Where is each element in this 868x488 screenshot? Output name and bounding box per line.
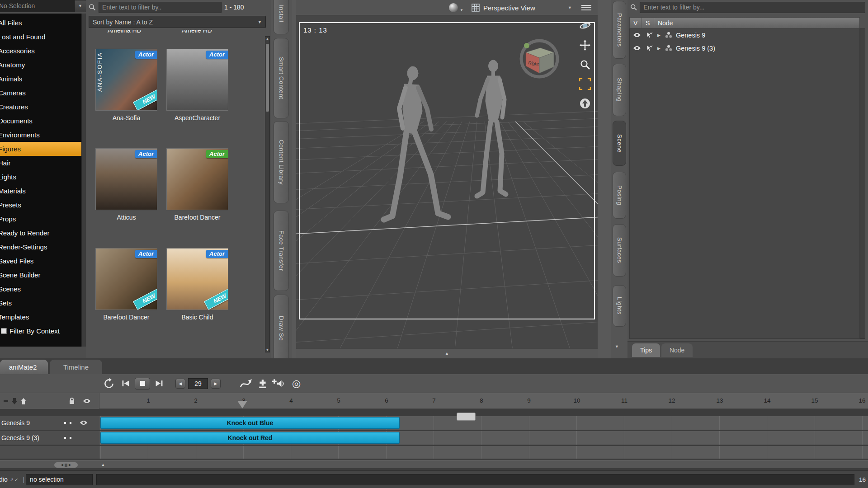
filter-by-context-checkbox[interactable] xyxy=(1,328,7,334)
product-card[interactable]: Actor NEW Barefoot Dancer xyxy=(95,248,157,321)
sidebar-item-render-settings[interactable]: Render-Settings xyxy=(0,240,81,254)
track-label[interactable]: Genesis 9 xyxy=(0,416,99,430)
content-filter-input[interactable] xyxy=(99,2,222,13)
sidebar-item-all-files[interactable]: All Files xyxy=(0,16,81,30)
selectable-pointer-icon[interactable] xyxy=(644,32,654,38)
tab-lights[interactable]: Lights xyxy=(613,285,626,327)
chevron-down-icon[interactable]: ▼ xyxy=(615,344,619,349)
go-to-end-button[interactable] xyxy=(155,380,164,387)
tab-animate2[interactable]: aniMate2 xyxy=(0,360,48,374)
sidebar-item-presets[interactable]: Presets xyxy=(0,198,81,212)
sort-dropdown[interactable]: Sort by Name : A to Z ▼ xyxy=(89,16,266,28)
loop-playback-button[interactable] xyxy=(103,378,115,389)
current-frame-display[interactable]: 29 xyxy=(188,378,208,389)
sidebar-item-materials[interactable]: Materials xyxy=(0,184,81,198)
sidebar-item-creatures[interactable]: Creatures xyxy=(0,100,81,114)
tab-timeline[interactable]: Timeline xyxy=(50,360,102,374)
column-selectable[interactable]: S xyxy=(642,18,654,28)
scrollbar-thumb[interactable] xyxy=(266,44,269,112)
tab-posing[interactable]: Posing xyxy=(613,172,626,219)
product-thumbnail[interactable]: Actor NEW xyxy=(166,248,228,310)
motion-curve-button[interactable] xyxy=(240,378,252,389)
scene-node-row[interactable]: ▶ Genesis 9 xyxy=(630,28,859,42)
selection-dropdown-button[interactable]: ▼ xyxy=(74,0,86,12)
sidebar-item-environments[interactable]: Environments xyxy=(0,128,81,142)
product-card[interactable]: Actor Barefoot Dancer xyxy=(166,148,228,221)
sidebar-item-accessories[interactable]: Accessories xyxy=(0,44,81,58)
eye-icon[interactable] xyxy=(83,398,91,405)
tab-install[interactable]: Install xyxy=(274,0,289,34)
scene-filter-input[interactable] xyxy=(640,2,865,13)
content-scrollbar[interactable]: ▲ ▼ xyxy=(265,36,270,352)
product-card[interactable]: Actor NEW Basic Child xyxy=(166,248,228,321)
go-to-start-button[interactable] xyxy=(121,380,130,387)
tab-surfaces[interactable]: Surfaces xyxy=(613,224,626,277)
frame-back-button[interactable]: ◀ xyxy=(175,379,185,389)
track-toggle-icon[interactable] xyxy=(64,422,66,424)
node-label[interactable]: Genesis 9 xyxy=(676,32,705,39)
tab-node[interactable]: Node xyxy=(661,343,693,357)
playhead[interactable] xyxy=(237,401,247,408)
camera-sphere-icon[interactable] xyxy=(449,3,458,12)
scroll-down-icon[interactable]: ▼ xyxy=(265,348,269,352)
record-target-button[interactable]: ◎ xyxy=(292,379,301,389)
sidebar-item-props[interactable]: Props xyxy=(0,212,81,226)
frame-forward-button[interactable]: ▶ xyxy=(211,379,221,389)
sidebar-item-saved-files[interactable]: Saved Files xyxy=(0,254,81,268)
product-card[interactable]: ANA-SOFIA Actor NEW Ana-Sofia xyxy=(95,49,157,122)
timeline-ruler[interactable]: 1 2 3 4 5 6 7 8 9 10 11 12 13 14 15 16 xyxy=(0,393,868,409)
view-selector-dropdown[interactable]: Perspective View ▼ xyxy=(468,2,576,14)
frame-tool[interactable] xyxy=(578,77,592,91)
viewport-canvas[interactable]: 13 : 13 Right xyxy=(296,15,598,348)
pan-tool[interactable] xyxy=(578,38,592,52)
audio-arrows-icon[interactable]: ↗↙ xyxy=(10,477,19,482)
product-thumbnail[interactable]: Actor xyxy=(166,49,228,111)
sidebar-item-anatomy[interactable]: Anatomy xyxy=(0,58,81,72)
track-grid[interactable] xyxy=(99,446,868,459)
sidebar-item-cameras[interactable]: Cameras xyxy=(0,86,81,100)
audio-file-field[interactable] xyxy=(96,474,854,485)
product-card[interactable]: Actor Atticus xyxy=(95,148,157,221)
scene-scrollbar[interactable] xyxy=(860,28,865,339)
sidebar-item-documents[interactable]: Documents xyxy=(0,114,81,128)
tab-parameters[interactable]: Parameters xyxy=(613,1,626,59)
sidebar-item-sets[interactable]: Sets xyxy=(0,296,81,310)
track-toggle-icon[interactable] xyxy=(70,422,71,424)
tab-smart-content[interactable]: Smart Content xyxy=(274,38,289,118)
visibility-eye-icon[interactable] xyxy=(632,32,642,38)
animation-clip[interactable]: Knock out Red xyxy=(100,432,400,444)
node-label[interactable]: Genesis 9 (3) xyxy=(676,45,715,52)
product-thumbnail[interactable]: Actor xyxy=(95,148,157,210)
tab-tips[interactable]: Tips xyxy=(632,343,660,357)
product-thumbnail[interactable]: ANA-SOFIA Actor NEW xyxy=(95,49,157,111)
selection-dropdown[interactable]: No Selection ▼ xyxy=(0,0,86,12)
scene-node-row[interactable]: ▶ Genesis 9 (3) xyxy=(630,42,859,55)
category-scrollbar[interactable] xyxy=(81,14,86,347)
orbit-rotate-tool[interactable] xyxy=(578,19,592,33)
tab-face-transfer[interactable]: Face Transfer xyxy=(274,211,289,291)
tab-draw-settings[interactable]: Draw Se xyxy=(274,295,289,358)
sidebar-item-ready-to-render[interactable]: Ready to Render xyxy=(0,226,81,240)
expand-arrow-icon[interactable]: ▶ xyxy=(657,46,660,51)
timeline-zoom-control[interactable]: ◀ ▶ xyxy=(54,462,78,468)
animation-clip[interactable]: Knock out Blue xyxy=(100,417,400,429)
sidebar-item-animals[interactable]: Animals xyxy=(0,72,81,86)
tab-content-library[interactable]: Content Library xyxy=(274,121,289,203)
collapse-dash-icon[interactable] xyxy=(4,400,8,402)
track-toggle-icon[interactable] xyxy=(64,437,66,439)
track-toggle-icon[interactable] xyxy=(70,437,71,439)
scroll-up-icon[interactable]: ▲ xyxy=(101,463,105,467)
expand-arrow-icon[interactable]: ▶ xyxy=(657,33,660,38)
sidebar-item-templates[interactable]: Templates xyxy=(0,310,81,324)
move-up-icon[interactable] xyxy=(21,398,26,404)
add-keys-button[interactable] xyxy=(258,379,268,389)
chevron-down-icon[interactable]: ▼ xyxy=(460,8,463,12)
pane-splitter[interactable]: ▲ xyxy=(296,348,598,358)
scroll-up-icon[interactable]: ▲ xyxy=(265,37,269,40)
sidebar-item-scenes[interactable]: Scenes xyxy=(0,282,81,296)
tab-scene[interactable]: Scene xyxy=(613,121,626,166)
stop-button[interactable] xyxy=(135,378,150,389)
sidebar-item-figures[interactable]: Figures xyxy=(0,142,81,156)
product-card[interactable]: Actor AspenCharacter xyxy=(166,49,228,122)
tab-shaping[interactable]: Shaping xyxy=(613,64,626,116)
